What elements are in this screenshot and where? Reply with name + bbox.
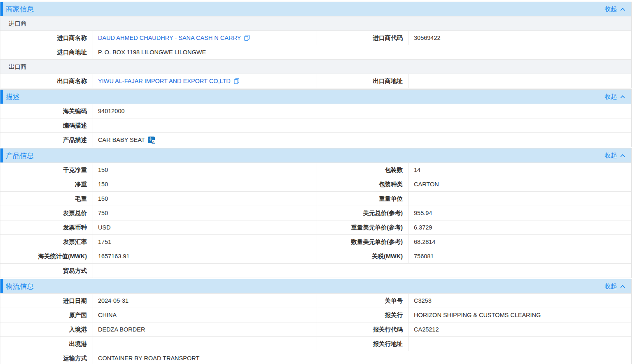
gross-weight-value: 150 [93,192,317,206]
usd-unit-price-qty-label: 数量美元单价(参考) [317,235,409,249]
table-row: 进口商名称 DAUD AHMED CHAUDHRY - SANA CASH N … [0,30,631,45]
package-type-value: CARTON [409,177,631,191]
importer-name-link[interactable]: DAUD AHMED CHAUDHRY - SANA CASH N CARRY [93,31,317,45]
product-info-section: 产品信息 收起 千克净重 150 包装数 14 净重 150 [0,148,632,278]
exit-port-label: 出境港 [0,337,93,351]
package-count-label: 包装数 [317,163,409,177]
merchant-info-section: 商家信息 收起 进口商 进口商名称 DAUD AHMED CHAUDHRY - … [0,2,632,88]
exporter-name-link[interactable]: YIWU AL-FAJAR IMPORT AND EXPORT CO,LTD [93,74,317,88]
chevron-up-icon [620,285,626,288]
description-header: 描述 收起 [0,90,631,104]
usd-unit-price-qty-value: 68.2814 [409,235,631,249]
description-section: 描述 收起 海关编码 94012000 编码描述 产品描述 CAR BABY S… [0,89,632,147]
exporter-address-value [409,74,631,88]
importer-code-value: 30569422 [409,31,631,45]
table-row: 原产国 CHINA 报关行 HORIZON SHIPPING & CUSTOMS… [0,308,631,322]
collapse-button[interactable]: 收起 [605,152,626,160]
section-title: 商家信息 [6,5,34,14]
copy-icon[interactable] [233,78,240,84]
table-row: 产品描述 CAR BABY SEAT 中 A [0,132,631,147]
product-info-header: 产品信息 收起 [0,148,631,162]
accent-bar [0,148,3,162]
section-title: 产品信息 [6,151,34,160]
import-date-label: 进口日期 [0,294,93,308]
chevron-up-icon [620,95,626,99]
section-title: 物流信息 [6,282,34,291]
customs-entry-no-label: 关单号 [317,294,409,308]
broker-code-label: 报关行代码 [317,322,409,336]
table-row: 千克净重 150 包装数 14 [0,162,631,177]
importer-subheader: 进口商 [0,16,631,30]
exporter-name-label: 出口商名称 [0,74,93,88]
collapse-label: 收起 [605,152,617,160]
exit-port-value [93,337,317,351]
package-count-value: 14 [409,163,631,177]
table-row: 运输方式 CONTAINER BY ROAD TRANSPORT [0,351,631,364]
exporter-address-label: 出口商地址 [317,74,409,88]
invoice-total-label: 发票总价 [0,206,93,220]
exporter-subheader: 出口商 [0,59,631,74]
net-weight-value: 150 [93,177,317,191]
accent-bar [0,90,3,104]
trade-record-detail-page: 商家信息 收起 进口商 进口商名称 DAUD AHMED CHAUDHRY - … [0,2,632,364]
logistics-info-header: 物流信息 收起 [0,279,631,293]
invoice-exchange-rate-value: 1751 [93,235,317,249]
importer-address-value: P. O. BOX 1198 LILONGWE LILONGWE [93,45,631,59]
translate-icon[interactable]: 中 A [148,137,155,143]
table-row: 发票币种 USD 重量美元单价(参考) 6.3729 [0,220,631,234]
customs-entry-no-value: C3253 [409,294,631,308]
table-row: 海关编码 94012000 [0,104,631,118]
table-row: 进口商地址 P. O. BOX 1198 LILONGWE LILONGWE [0,45,631,59]
table-row: 编码描述 [0,118,631,132]
customs-broker-label: 报关行 [317,308,409,322]
table-row: 海关统计值(MWK) 1657163.91 关税(MWK) 756081 [0,249,631,263]
entry-port-label: 入境港 [0,322,93,336]
trade-mode-label: 贸易方式 [0,264,93,278]
origin-country-value: CHINA [93,308,317,322]
origin-country-label: 原产国 [0,308,93,322]
table-row: 净重 150 包装种类 CARTON [0,177,631,191]
trade-mode-value [93,264,631,278]
weight-unit-value [409,192,631,206]
hs-code-label: 海关编码 [0,104,93,118]
table-row: 贸易方式 [0,263,631,278]
import-date-value: 2024-05-31 [93,294,317,308]
table-row: 发票总价 750 美元总价(参考) 955.94 [0,206,631,220]
table-row: 毛重 150 重量单位 [0,191,631,206]
product-description-value: CAR BABY SEAT 中 A [93,133,631,147]
table-row: 进口日期 2024-05-31 关单号 C3253 [0,293,631,308]
collapse-button[interactable]: 收起 [605,283,626,290]
collapse-button[interactable]: 收起 [605,93,626,101]
broker-address-value [409,337,631,351]
collapse-label: 收起 [605,5,617,13]
collapse-label: 收起 [605,93,617,101]
copy-icon[interactable] [244,35,250,41]
code-description-value [93,118,631,132]
table-row: 出境港 报关行地址 [0,336,631,351]
collapse-label: 收起 [605,283,617,290]
gross-weight-label: 毛重 [0,192,93,206]
transport-mode-label: 运输方式 [0,351,93,364]
transport-mode-value: CONTAINER BY ROAD TRANSPORT [93,351,631,364]
product-description-label: 产品描述 [0,133,93,147]
code-description-label: 编码描述 [0,118,93,132]
net-weight-kg-label: 千克净重 [0,163,93,177]
table-row: 发票汇率 1751 数量美元单价(参考) 68.2814 [0,234,631,249]
customs-broker-value: HORIZON SHIPPING & CUSTOMS CLEARING [409,308,631,322]
usd-total-label: 美元总价(参考) [317,206,409,220]
importer-code-label: 进口商代码 [317,31,409,45]
collapse-button[interactable]: 收起 [605,5,626,13]
importer-name-label: 进口商名称 [0,31,93,45]
invoice-currency-label: 发票币种 [0,220,93,234]
hs-code-value: 94012000 [93,104,631,118]
invoice-total-value: 750 [93,206,317,220]
weight-unit-label: 重量单位 [317,192,409,206]
section-title: 描述 [6,92,20,102]
merchant-info-header: 商家信息 收起 [0,2,631,16]
broker-address-label: 报关行地址 [317,337,409,351]
broker-code-value: CA25212 [409,322,631,336]
chevron-up-icon [620,7,626,11]
duty-mwk-value: 756081 [409,249,631,263]
usd-unit-price-weight-label: 重量美元单价(参考) [317,220,409,234]
table-row: 入境港 DEDZA BORDER 报关行代码 CA25212 [0,322,631,336]
